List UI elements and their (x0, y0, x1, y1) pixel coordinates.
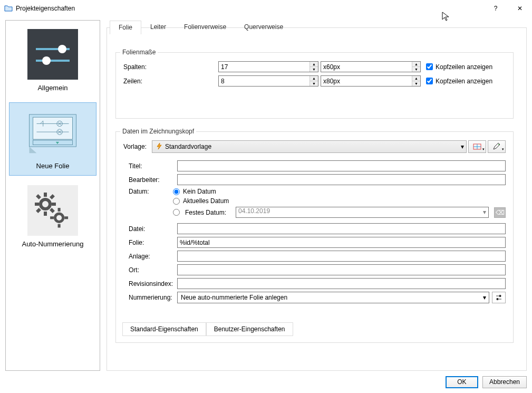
zeilen-px-spinner[interactable]: ▲▼ (321, 75, 421, 87)
datum-label: Datum: (129, 188, 173, 195)
spalten-input[interactable] (218, 61, 318, 72)
kopfzeilen-check[interactable] (426, 78, 433, 84)
svg-rect-16 (44, 212, 47, 216)
revision-input[interactable] (177, 278, 506, 289)
vorlage-select[interactable]: Standardvorlage ▾ (152, 140, 467, 153)
gears-icon (27, 185, 78, 236)
sidebar-label: Neue Folie (36, 162, 70, 170)
spinner-arrows[interactable]: ▲▼ (412, 62, 420, 72)
sidebar-item-auto-numbering[interactable]: Auto-Nummerierung (9, 181, 96, 253)
template-manage-button[interactable]: ▾ (468, 140, 486, 153)
pencil-icon (492, 143, 501, 150)
schematic-icon (27, 107, 78, 158)
svg-rect-25 (50, 216, 54, 219)
nummerierung-select[interactable]: Neue auto-nummerierte Folie anlegen ▾ (177, 292, 489, 303)
lightning-icon (156, 142, 163, 151)
group-legend: Folienmaße (120, 49, 158, 56)
clear-date-button[interactable]: ⌫ (494, 207, 506, 218)
help-button[interactable]: ? (483, 0, 508, 17)
folie-input[interactable] (177, 237, 506, 248)
datei-label: Datei: (129, 225, 177, 233)
subtabs: Standard-Eigenschaften Benutzer-Eingensc… (122, 322, 293, 336)
svg-point-1 (58, 45, 66, 53)
svg-rect-17 (35, 203, 39, 206)
kopfzeilen-checkbox-2[interactable]: Kopfzeilen anzeigen (426, 78, 492, 85)
subtab-custom[interactable]: Benutzer-Eingenschaften (206, 322, 293, 336)
content-frame: Folienmaße Spalten: ▲▼ ▲▼ (107, 27, 527, 371)
anlage-input[interactable] (177, 251, 506, 262)
bearbeiter-input[interactable] (177, 174, 506, 185)
svg-rect-26 (64, 216, 68, 219)
svg-rect-5 (33, 117, 72, 139)
tab-folienverweise[interactable]: Folienverweise (175, 20, 235, 34)
svg-rect-19 (36, 194, 41, 199)
kopfzeilen-check[interactable] (426, 63, 433, 70)
footer: OK Abbrechen (0, 371, 532, 393)
datei-input[interactable] (177, 223, 506, 234)
radio-festes-datum[interactable]: Festes Datum: 04.10.2019 ▾ ⌫ (173, 207, 506, 218)
svg-rect-20 (50, 208, 55, 213)
zeilen-px-input[interactable] (321, 75, 421, 87)
zeilen-label: Zeilen: (123, 78, 218, 85)
zeilen-input[interactable] (218, 75, 318, 87)
sliders-icon (27, 29, 78, 80)
sidebar-item-general[interactable]: Allgemein (9, 25, 96, 97)
app-icon (4, 4, 13, 13)
ok-button[interactable]: OK (446, 376, 478, 388)
titlebar: Projekteigenschaften ? ✕ (0, 0, 532, 17)
spinner-arrows[interactable]: ▲▼ (309, 62, 318, 72)
content-panel: Folie Leiter Folienverweise Querverweise… (107, 20, 527, 371)
anlage-label: Anlage: (129, 253, 177, 260)
dialog-body: Allgemein Neue Folie (5, 20, 527, 371)
spinner-arrows[interactable]: ▲▼ (309, 76, 318, 86)
revision-label: Revisionsindex: (129, 280, 177, 287)
chevron-down-icon: ▾ (483, 294, 486, 301)
bearbeiter-label: Bearbeiter: (129, 176, 177, 184)
chevron-down-icon: ▾ (502, 147, 504, 151)
close-button[interactable]: ✕ (508, 0, 532, 17)
spalten-label: Spalten: (123, 63, 218, 71)
chevron-down-icon: ▾ (461, 143, 464, 150)
tab-folie[interactable]: Folie (110, 21, 141, 34)
titel-input[interactable] (177, 160, 506, 171)
chevron-down-icon: ▾ (483, 208, 486, 216)
radio-aktuelles-datum[interactable]: Aktuelles Datum (173, 197, 506, 205)
festes-datum-input[interactable]: 04.10.2019 ▾ (236, 207, 489, 218)
svg-rect-21 (50, 194, 55, 199)
svg-point-3 (42, 56, 51, 65)
edit-template-button[interactable]: ▾ (488, 140, 506, 153)
spalten-px-spinner[interactable]: ▲▼ (321, 61, 421, 72)
cancel-button[interactable]: Abbrechen (482, 376, 527, 388)
ort-label: Ort: (129, 266, 177, 274)
vorlage-label: Vorlage: (123, 143, 152, 150)
svg-rect-22 (36, 208, 41, 213)
group-daten: Daten im Zeichnungskopf Vorlage: Standar… (115, 131, 514, 343)
group-legend: Daten im Zeichnungskopf (120, 128, 196, 135)
sidebar-item-new-slide[interactable]: Neue Folie (9, 102, 96, 176)
window-title: Projekteigenschaften (16, 5, 483, 12)
chevron-down-icon: ▾ (482, 147, 485, 151)
sidebar-label: Auto-Nummerierung (22, 240, 83, 248)
svg-rect-33 (499, 295, 501, 297)
radio-kein-datum[interactable]: Kein Datum (173, 188, 506, 195)
spalten-px-input[interactable] (321, 61, 421, 72)
kopfzeilen-checkbox-1[interactable]: Kopfzeilen anzeigen (426, 63, 492, 71)
sliders-icon (495, 294, 502, 301)
svg-point-30 (498, 144, 499, 145)
ort-input[interactable] (177, 264, 506, 275)
sidebar-label: Allgemein (37, 84, 67, 92)
tabstrip: Folie Leiter Folienverweise Querverweise (110, 20, 292, 34)
nummerierung-config-button[interactable] (492, 292, 506, 303)
spalten-spinner[interactable]: ▲▼ (218, 61, 318, 72)
sidebar: Allgemein Neue Folie (5, 20, 100, 371)
subtab-standard[interactable]: Standard-Eigenschaften (122, 322, 206, 336)
svg-rect-23 (58, 208, 61, 212)
table-icon (473, 143, 481, 150)
zeilen-spinner[interactable]: ▲▼ (218, 75, 318, 87)
tab-querverweise[interactable]: Querverweise (235, 20, 292, 34)
svg-rect-14 (33, 140, 72, 145)
tab-leiter[interactable]: Leiter (141, 20, 175, 34)
svg-rect-18 (52, 203, 56, 206)
svg-rect-15 (44, 193, 47, 197)
spinner-arrows[interactable]: ▲▼ (412, 76, 420, 86)
